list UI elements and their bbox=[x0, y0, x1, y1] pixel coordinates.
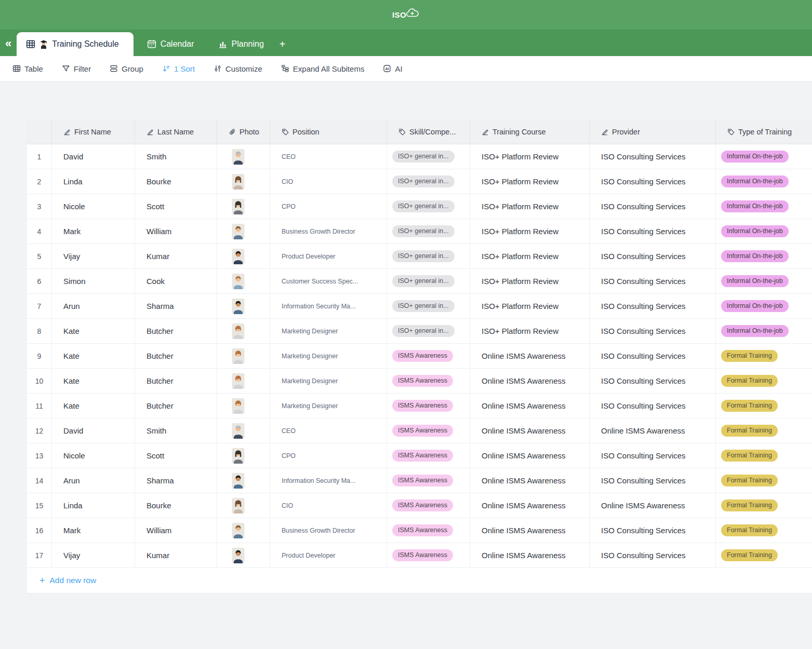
cell-last-name[interactable]: Butcher bbox=[135, 319, 217, 344]
cell-position[interactable]: Marketing Designer bbox=[270, 319, 387, 344]
cell-type-of-training[interactable]: Formal Training bbox=[716, 493, 812, 518]
cell-position[interactable]: Marketing Designer bbox=[270, 344, 387, 369]
column-header-type-of-training[interactable]: Type of Training bbox=[716, 119, 812, 144]
cell-last-name[interactable]: William bbox=[135, 518, 217, 543]
cell-provider[interactable]: ISO Consulting Services bbox=[590, 543, 716, 568]
cell-skill[interactable]: ISMS Awareness bbox=[387, 518, 470, 543]
cell-skill[interactable]: ISO+ general in... bbox=[387, 144, 470, 169]
cell-training-course[interactable]: ISO+ Platform Review bbox=[470, 294, 590, 319]
cell-type-of-training[interactable]: Informal On-the-job bbox=[716, 319, 812, 344]
cell-first-name[interactable]: Kate bbox=[52, 344, 135, 369]
cell-provider[interactable]: ISO Consulting Services bbox=[590, 169, 716, 194]
cell-type-of-training[interactable]: Informal On-the-job bbox=[716, 169, 812, 194]
cell-last-name[interactable]: Sharma bbox=[135, 468, 217, 493]
cell-skill[interactable]: ISO+ general in... bbox=[387, 319, 470, 344]
cell-last-name[interactable]: William bbox=[135, 219, 217, 244]
cell-skill[interactable]: ISMS Awareness bbox=[387, 543, 470, 568]
cell-position[interactable]: Product Developer bbox=[270, 543, 387, 568]
cell-type-of-training[interactable]: Formal Training bbox=[716, 418, 812, 443]
cell-last-name[interactable]: Sharma bbox=[135, 294, 217, 319]
cell-provider[interactable]: ISO Consulting Services bbox=[590, 269, 716, 294]
cell-training-course[interactable]: Online ISMS Awareness bbox=[470, 394, 590, 418]
cell-photo[interactable] bbox=[217, 269, 270, 294]
cell-photo[interactable] bbox=[217, 294, 270, 319]
cell-photo[interactable] bbox=[217, 394, 270, 418]
cell-provider[interactable]: ISO Consulting Services bbox=[590, 219, 716, 244]
cell-provider[interactable]: ISO Consulting Services bbox=[590, 244, 716, 269]
cell-last-name[interactable]: Cook bbox=[135, 269, 217, 294]
column-header-provider[interactable]: Provider bbox=[590, 119, 716, 144]
cell-photo[interactable] bbox=[217, 169, 270, 194]
toolbar-filter[interactable]: Filter bbox=[62, 64, 91, 73]
cell-position[interactable]: Information Security Ma... bbox=[270, 468, 387, 493]
cell-provider[interactable]: ISO Consulting Services bbox=[590, 294, 716, 319]
cell-position[interactable]: CIO bbox=[270, 493, 387, 518]
cell-skill[interactable]: ISO+ general in... bbox=[387, 194, 470, 219]
column-header-training-course[interactable]: Training Course bbox=[470, 119, 590, 144]
cell-training-course[interactable]: ISO+ Platform Review bbox=[470, 269, 590, 294]
cell-skill[interactable]: ISMS Awareness bbox=[387, 344, 470, 369]
cell-provider[interactable]: ISO Consulting Services bbox=[590, 344, 716, 369]
cell-training-course[interactable]: Online ISMS Awareness bbox=[470, 493, 590, 518]
cell-first-name[interactable]: David bbox=[52, 144, 135, 169]
cell-photo[interactable] bbox=[217, 194, 270, 219]
cell-type-of-training[interactable]: Informal On-the-job bbox=[716, 294, 812, 319]
cell-last-name[interactable]: Scott bbox=[135, 443, 217, 468]
cell-provider[interactable]: Online ISMS Awareness bbox=[590, 418, 716, 443]
toolbar-customize[interactable]: Customize bbox=[214, 64, 262, 73]
cell-type-of-training[interactable]: Formal Training bbox=[716, 344, 812, 369]
cell-first-name[interactable]: Nicole bbox=[52, 194, 135, 219]
tab-calendar[interactable]: Calendar bbox=[139, 32, 203, 56]
cell-photo[interactable] bbox=[217, 344, 270, 369]
cell-position[interactable]: Business Growth Director bbox=[270, 219, 387, 244]
cell-last-name[interactable]: Butcher bbox=[135, 369, 217, 394]
cell-type-of-training[interactable]: Informal On-the-job bbox=[716, 194, 812, 219]
cell-last-name[interactable]: Smith bbox=[135, 418, 217, 443]
cell-type-of-training[interactable]: Informal On-the-job bbox=[716, 244, 812, 269]
cell-skill[interactable]: ISMS Awareness bbox=[387, 418, 470, 443]
cell-training-course[interactable]: ISO+ Platform Review bbox=[470, 219, 590, 244]
cell-training-course[interactable]: Online ISMS Awareness bbox=[470, 418, 590, 443]
cell-last-name[interactable]: Butcher bbox=[135, 344, 217, 369]
cell-first-name[interactable]: Vijay bbox=[52, 244, 135, 269]
cell-position[interactable]: Marketing Designer bbox=[270, 369, 387, 394]
cell-skill[interactable]: ISMS Awareness bbox=[387, 468, 470, 493]
tab-planning[interactable]: Planning bbox=[210, 32, 272, 56]
cell-first-name[interactable]: Arun bbox=[52, 294, 135, 319]
cell-first-name[interactable]: Arun bbox=[52, 468, 135, 493]
cell-photo[interactable] bbox=[217, 518, 270, 543]
cell-type-of-training[interactable]: Formal Training bbox=[716, 468, 812, 493]
cell-provider[interactable]: ISO Consulting Services bbox=[590, 443, 716, 468]
cell-provider[interactable]: ISO Consulting Services bbox=[590, 369, 716, 394]
cell-training-course[interactable]: ISO+ Platform Review bbox=[470, 319, 590, 344]
cell-provider[interactable]: ISO Consulting Services bbox=[590, 194, 716, 219]
cell-last-name[interactable]: Kumar bbox=[135, 244, 217, 269]
cell-photo[interactable] bbox=[217, 244, 270, 269]
cell-photo[interactable] bbox=[217, 369, 270, 394]
cell-training-course[interactable]: Online ISMS Awareness bbox=[470, 344, 590, 369]
tab-training-schedule[interactable]: Training Schedule bbox=[17, 32, 133, 56]
cell-last-name[interactable]: Bourke bbox=[135, 493, 217, 518]
cell-first-name[interactable]: Vijay bbox=[52, 543, 135, 568]
cell-training-course[interactable]: Online ISMS Awareness bbox=[470, 468, 590, 493]
cell-provider[interactable]: ISO Consulting Services bbox=[590, 144, 716, 169]
cell-last-name[interactable]: Scott bbox=[135, 194, 217, 219]
cell-training-course[interactable]: Online ISMS Awareness bbox=[470, 543, 590, 568]
cell-position[interactable]: CEO bbox=[270, 418, 387, 443]
cell-last-name[interactable]: Smith bbox=[135, 144, 217, 169]
cell-first-name[interactable]: Linda bbox=[52, 169, 135, 194]
cell-type-of-training[interactable]: Formal Training bbox=[716, 543, 812, 568]
cell-photo[interactable] bbox=[217, 493, 270, 518]
cell-type-of-training[interactable]: Formal Training bbox=[716, 443, 812, 468]
cell-skill[interactable]: ISO+ general in... bbox=[387, 294, 470, 319]
cell-position[interactable]: CPO bbox=[270, 443, 387, 468]
cell-photo[interactable] bbox=[217, 443, 270, 468]
cell-last-name[interactable]: Kumar bbox=[135, 543, 217, 568]
column-header-first-name[interactable]: First Name bbox=[52, 119, 135, 144]
cell-photo[interactable] bbox=[217, 144, 270, 169]
cell-photo[interactable] bbox=[217, 219, 270, 244]
cell-skill[interactable]: ISMS Awareness bbox=[387, 443, 470, 468]
cell-position[interactable]: Customer Success Spec... bbox=[270, 269, 387, 294]
cell-training-course[interactable]: Online ISMS Awareness bbox=[470, 518, 590, 543]
cell-first-name[interactable]: Simon bbox=[52, 269, 135, 294]
